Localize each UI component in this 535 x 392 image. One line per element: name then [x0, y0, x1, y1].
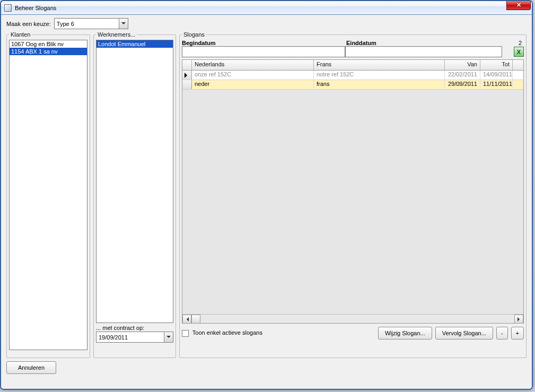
row-indicator [182, 71, 192, 80]
klanten-legend: Klanten [9, 31, 32, 38]
row-indicator [182, 80, 192, 89]
cell-tot: 11/11/2011 [480, 80, 513, 89]
slogan-count: 2 [503, 40, 524, 46]
klanten-group: Klanten 1067 Oog en Blik nv 1154 ABX 1 s… [6, 31, 90, 358]
grid-empty-area [183, 90, 523, 313]
annuleren-button[interactable]: Annuleren [6, 361, 56, 374]
close-button[interactable]: ✕ [506, 1, 531, 10]
begindatum-label: Begindatum [182, 40, 346, 46]
active-slogans-text: Toon enkel actieve slogans [192, 329, 262, 336]
einddatum-label: Einddatum [346, 40, 503, 46]
wijzig-slogan-button[interactable]: Wijzig Slogan... [378, 327, 432, 339]
cell-tot: 14/09/2011 [480, 71, 513, 80]
app-icon [4, 4, 12, 12]
grid-header-nederlands[interactable]: Nederlands [192, 60, 314, 70]
cell-frans: frans [314, 80, 445, 89]
slogans-grid: Nederlands Frans Van Tot onze ref 152C n… [182, 59, 524, 324]
top-row: Maak een keuze: Type 6 [1, 15, 532, 31]
grid-header-selector[interactable] [182, 60, 192, 70]
list-item[interactable]: Londot Emmanuel [97, 40, 173, 48]
klanten-listbox[interactable]: 1067 Oog en Blik nv 1154 ABX 1 sa nv [9, 40, 87, 350]
chevron-down-icon [119, 19, 128, 29]
chevron-down-icon [164, 332, 173, 342]
cell-van: 22/02/2011 [445, 71, 480, 80]
active-slogans-checkbox-label[interactable]: Toon enkel actieve slogans [182, 329, 262, 337]
type-combobox[interactable]: Type 6 [54, 18, 128, 29]
client-area: Maak een keuze: Type 6 Klanten 1067 Oog … [1, 15, 532, 389]
slogans-group: Slogans Begindatum Einddatum 2 X [179, 31, 527, 358]
row-pointer-icon [185, 73, 190, 78]
contract-label: ... met contract op: [96, 325, 173, 331]
cell-nederlands: onze ref 152C [192, 71, 314, 80]
date-labels-row: Begindatum Einddatum 2 [182, 40, 524, 46]
window-buttons: ✕ [506, 1, 531, 10]
vervolg-slogan-button[interactable]: Vervolg Slogan... [435, 327, 493, 339]
horizontal-scrollbar[interactable] [182, 314, 523, 323]
active-slogans-checkbox[interactable] [182, 330, 189, 337]
titlebar[interactable]: Beheer Slogans ✕ [1, 1, 532, 15]
grid-header-van[interactable]: Van [445, 60, 480, 70]
panels: Klanten 1067 Oog en Blik nv 1154 ABX 1 s… [1, 31, 532, 361]
scroll-right-button[interactable] [514, 315, 523, 324]
cell-frans: notre ref 152C [314, 71, 445, 80]
contract-date-input[interactable]: 19/09/2011 [96, 332, 173, 343]
begindatum-input[interactable] [182, 46, 345, 57]
date-inputs-row: X [182, 46, 524, 57]
werknemers-legend: Werknemers... [96, 31, 137, 38]
grid-body: onze ref 152C notre ref 152C 22/02/2011 … [182, 71, 523, 90]
einddatum-input[interactable] [345, 46, 502, 57]
scroll-thumb[interactable] [191, 315, 200, 324]
footer: Annuleren [1, 361, 532, 379]
slogans-bottom-row: Toon enkel actieve slogans Wijzig Slogan… [182, 324, 524, 339]
werknemers-listbox[interactable]: Londot Emmanuel [96, 40, 173, 323]
remove-slogan-button[interactable]: - [496, 327, 508, 339]
grid-header-frans[interactable]: Frans [314, 60, 445, 70]
close-icon: ✕ [516, 2, 521, 8]
excel-icon: X [517, 49, 521, 55]
list-item[interactable]: 1067 Oog en Blik nv [10, 40, 87, 48]
grid-header: Nederlands Frans Van Tot [182, 60, 523, 71]
desktop-background: Beheer Slogans ✕ Maak een keuze: Type 6 … [0, 0, 535, 392]
main-window: Beheer Slogans ✕ Maak een keuze: Type 6 … [0, 0, 533, 390]
cell-van: 29/09/2011 [445, 80, 480, 89]
contract-date-value: 19/09/2011 [97, 334, 164, 341]
window-title: Beheer Slogans [15, 5, 56, 11]
make-choice-label: Maak een keuze: [6, 21, 51, 27]
list-item[interactable]: 1154 ABX 1 sa nv [10, 48, 87, 55]
table-row[interactable]: onze ref 152C notre ref 152C 22/02/2011 … [182, 71, 523, 80]
cell-nederlands: neder [192, 80, 314, 89]
scroll-left-button[interactable] [182, 315, 191, 324]
add-slogan-button[interactable]: + [511, 327, 524, 339]
slogans-legend: Slogans [182, 31, 206, 38]
scroll-track[interactable] [200, 315, 514, 323]
export-excel-button[interactable]: X [514, 47, 524, 57]
werknemers-group: Werknemers... Londot Emmanuel ... met co… [93, 31, 176, 358]
table-row[interactable]: neder frans 29/09/2011 11/11/2011 [182, 80, 523, 90]
grid-header-tot[interactable]: Tot [480, 60, 513, 70]
type-combobox-value: Type 6 [55, 21, 119, 27]
